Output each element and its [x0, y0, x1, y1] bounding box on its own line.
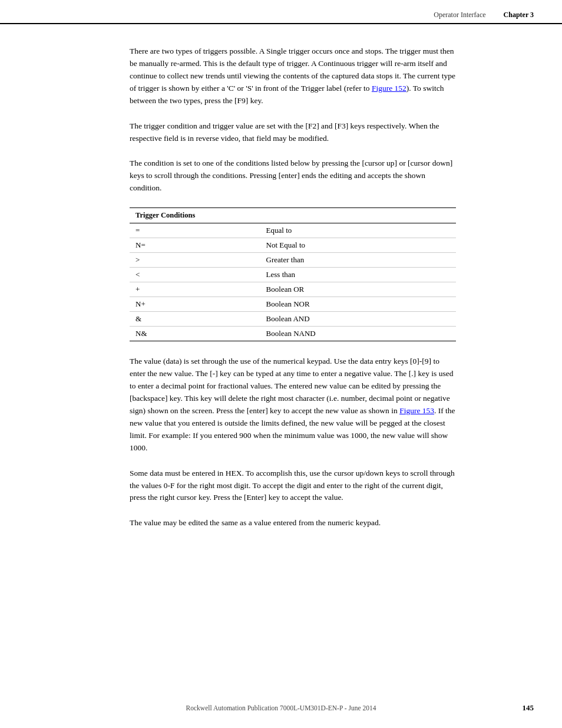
table-cell-symbol: < — [130, 268, 260, 282]
table-cell-description: Not Equal to — [260, 238, 456, 253]
paragraph-2: The trigger condition and trigger value … — [130, 120, 456, 145]
table-row: &Boolean AND — [130, 312, 456, 327]
paragraph-4: The value (data) is set through the use … — [130, 355, 456, 454]
table-cell-description: Boolean NAND — [260, 327, 456, 341]
table-cell-symbol: N& — [130, 327, 260, 341]
table-row: <Less than — [130, 268, 456, 282]
trigger-conditions-table: Trigger Conditions =Equal toN=Not Equal … — [130, 207, 456, 341]
table-cell-description: Greater than — [260, 253, 456, 268]
page-footer: Rockwell Automation Publication 7000L-UM… — [0, 704, 562, 711]
table-cell-symbol: = — [130, 223, 260, 238]
table-cell-symbol: N+ — [130, 297, 260, 312]
main-content: There are two types of triggers possible… — [0, 24, 562, 564]
table-cell-symbol: & — [130, 312, 260, 327]
paragraph-1: There are two types of triggers possible… — [130, 45, 456, 107]
table-cell-description: Boolean OR — [260, 282, 456, 297]
table-row: >Greater than — [130, 253, 456, 268]
table-cell-description: Equal to — [260, 223, 456, 238]
table-row: N&Boolean NAND — [130, 327, 456, 341]
paragraph-6: The value may be edited the same as a va… — [130, 517, 456, 529]
header-chapter-label: Chapter 3 — [504, 11, 534, 19]
table-row: N+Boolean NOR — [130, 297, 456, 312]
table-cell-symbol: + — [130, 282, 260, 297]
table-row: N=Not Equal to — [130, 238, 456, 253]
table-cell-symbol: > — [130, 253, 260, 268]
table-row: =Equal to — [130, 223, 456, 238]
table-header: Trigger Conditions — [130, 208, 456, 223]
figure-153-link[interactable]: Figure 153 — [399, 406, 434, 415]
figure-152-link[interactable]: Figure 152 — [372, 84, 406, 93]
table-cell-symbol: N= — [130, 238, 260, 253]
table-cell-description: Less than — [260, 268, 456, 282]
paragraph-3: The condition is set to one of the condi… — [130, 157, 456, 195]
paragraph-5: Some data must be entered in HEX. To acc… — [130, 467, 456, 505]
footer-publication: Rockwell Automation Publication 7000L-UM… — [0, 704, 562, 711]
table-row: +Boolean OR — [130, 282, 456, 297]
page-header: Operator Interface Chapter 3 — [0, 0, 562, 24]
table-cell-description: Boolean AND — [260, 312, 456, 327]
page: Operator Interface Chapter 3 There are t… — [0, 0, 562, 728]
table-cell-description: Boolean NOR — [260, 297, 456, 312]
header-section-label: Operator Interface — [434, 11, 485, 19]
footer-page-number: 145 — [523, 703, 534, 713]
